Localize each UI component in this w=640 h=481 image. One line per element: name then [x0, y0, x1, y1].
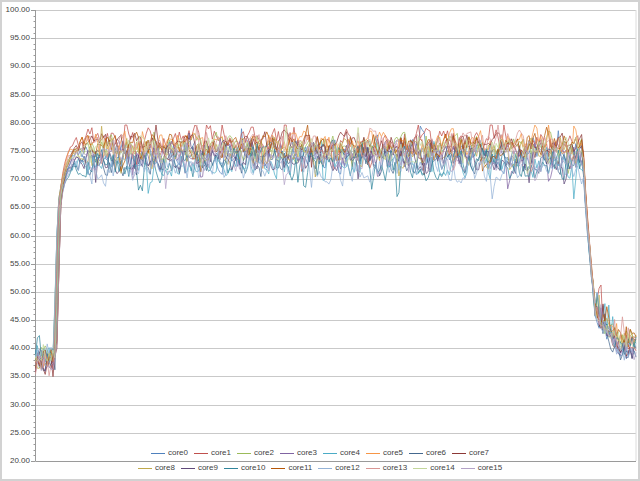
y-axis-label: 50.00: [0, 287, 30, 297]
legend-line-sample-core15: [461, 468, 475, 469]
legend-entry-core13: core13: [366, 463, 407, 473]
legend-entry-core10: core10: [224, 463, 265, 473]
y-axis-label: 35.00: [0, 371, 30, 381]
series-line-core0: [36, 126, 637, 368]
legend-line-sample-core4: [323, 453, 337, 454]
legend-row-1: core0core1core2core3core4core5core6core7: [0, 448, 640, 458]
series-line-core15: [36, 140, 637, 371]
y-axis-label: 65.00: [0, 202, 30, 212]
cpu-core-usage-chart: 100.0095.0090.0085.0080.0075.0070.0065.0…: [0, 0, 640, 481]
legend-label: core0: [168, 448, 188, 458]
plot-area: [0, 0, 640, 481]
series-line-core10: [36, 143, 637, 357]
legend-line-sample-core13: [366, 468, 380, 469]
y-axis-label: 60.00: [0, 231, 30, 241]
legend-entry-core7: core7: [452, 448, 489, 458]
legend-line-sample-core11: [271, 468, 285, 469]
y-axis-label: 40.00: [0, 343, 30, 353]
legend-label: core8: [155, 463, 175, 473]
series-line-core12: [36, 147, 637, 360]
legend-label: core12: [335, 463, 359, 473]
y-axis-label: 90.00: [0, 61, 30, 71]
y-axis-label: 85.00: [0, 90, 30, 100]
legend-entry-core8: core8: [138, 463, 175, 473]
legend-entry-core4: core4: [323, 448, 360, 458]
legend-label: core11: [288, 463, 312, 473]
legend-label: core5: [383, 448, 403, 458]
legend-line-sample-core0: [151, 453, 165, 454]
y-axis-label: 25.00: [0, 428, 30, 438]
legend-line-sample-core3: [280, 453, 294, 454]
legend-label: core2: [254, 448, 274, 458]
series-lines: [36, 125, 637, 377]
legend-row-2: core8core9core10core11core12core13core14…: [0, 463, 640, 473]
legend-label: core9: [198, 463, 218, 473]
legend-line-sample-core2: [237, 453, 251, 454]
series-line-core6: [36, 140, 637, 371]
legend-entry-core14: core14: [413, 463, 454, 473]
legend-line-sample-core12: [318, 468, 332, 469]
legend-entry-core1: core1: [194, 448, 231, 458]
y-axis-label: 95.00: [0, 33, 30, 43]
legend-entry-core6: core6: [409, 448, 446, 458]
legend-label: core6: [426, 448, 446, 458]
legend-label: core13: [383, 463, 407, 473]
legend-entry-core11: core11: [271, 463, 312, 473]
legend-line-sample-core14: [413, 468, 427, 469]
legend-entry-core2: core2: [237, 448, 274, 458]
axis-ticks: [31, 11, 36, 462]
legend-label: core14: [430, 463, 454, 473]
legend-line-sample-core8: [138, 468, 152, 469]
legend-entry-core0: core0: [151, 448, 188, 458]
legend-entry-core3: core3: [280, 448, 317, 458]
gridlines: [36, 11, 637, 462]
legend-line-sample-core1: [194, 453, 208, 454]
legend-entry-core12: core12: [318, 463, 359, 473]
y-axis-label: 80.00: [0, 118, 30, 128]
legend-entry-core5: core5: [366, 448, 403, 458]
legend-label: core4: [340, 448, 360, 458]
legend-label: core1: [211, 448, 231, 458]
legend-label: core10: [241, 463, 265, 473]
legend-label: core15: [478, 463, 502, 473]
y-axis-label: 55.00: [0, 259, 30, 269]
y-axis-label: 45.00: [0, 315, 30, 325]
y-axis-label: 70.00: [0, 174, 30, 184]
y-axis-label: 100.00: [0, 5, 30, 15]
legend-label: core3: [297, 448, 317, 458]
legend-line-sample-core6: [409, 453, 423, 454]
legend-line-sample-core7: [452, 453, 466, 454]
legend-label: core7: [469, 448, 489, 458]
legend-line-sample-core10: [224, 468, 238, 469]
legend-entry-core9: core9: [181, 463, 218, 473]
legend-line-sample-core5: [366, 453, 380, 454]
y-axis-label: 75.00: [0, 146, 30, 156]
legend-line-sample-core9: [181, 468, 195, 469]
legend-entry-core15: core15: [461, 463, 502, 473]
y-axis-label: 30.00: [0, 400, 30, 410]
